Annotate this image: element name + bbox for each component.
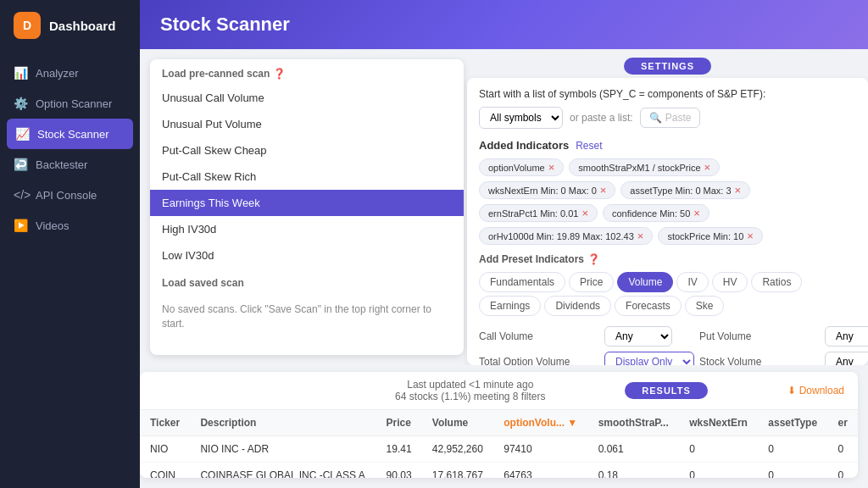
or-paste-label: or paste a list: <box>570 112 633 124</box>
indicator-tag: confidence Min: 50 × <box>603 204 709 222</box>
call-volume-select[interactable]: Any <box>604 326 672 347</box>
remove-indicator-icon[interactable]: × <box>548 162 555 173</box>
remove-indicator-icon[interactable]: × <box>704 162 711 173</box>
sidebar-logo: D Dashboard <box>0 0 140 51</box>
sidebar: D Dashboard 📊 Analyzer ⚙️ Option Scanner… <box>0 0 140 488</box>
tab-iv[interactable]: IV <box>676 272 708 292</box>
indicators-grid: optionVolume × smoothStraPxM1 / stockPri… <box>479 158 856 245</box>
indicator-tag: optionVolume × <box>479 158 564 176</box>
put-volume-label: Put Volume <box>699 330 818 342</box>
remove-indicator-icon[interactable]: × <box>735 185 742 196</box>
tab-ratios[interactable]: Ratios <box>751 272 802 292</box>
tab-hv[interactable]: HV <box>712 272 748 292</box>
load-precanned-title: Load pre-canned scan ❓ <box>150 59 464 85</box>
added-indicators-title: Added Indicators Reset <box>479 139 856 152</box>
page-header: Stock Scanner <box>140 0 868 49</box>
remove-indicator-icon[interactable]: × <box>600 185 607 196</box>
tab-ske[interactable]: Ske <box>685 296 725 316</box>
sidebar-item-api-console[interactable]: </> API Console <box>0 180 140 210</box>
col-volume[interactable]: Volume <box>422 410 493 436</box>
col-price[interactable]: Price <box>376 410 422 436</box>
total-option-volume-select[interactable]: Display Only <box>604 352 694 365</box>
sidebar-item-analyzer[interactable]: 📊 Analyzer <box>0 58 140 88</box>
videos-icon: ▶️ <box>14 219 27 232</box>
cell-wks: 0 <box>679 463 758 479</box>
cell-er: 0 <box>827 463 858 479</box>
scan-item-unusual-put[interactable]: Unusual Put Volume <box>150 111 464 137</box>
cell-description: COINBASE GLOBAL INC -CLASS A <box>190 463 376 479</box>
settings-column: SETTINGS Start with a list of symbols (S… <box>464 49 868 365</box>
page-title: Stock Scanner <box>160 14 290 36</box>
tab-earnings[interactable]: Earnings <box>479 296 541 316</box>
cell-wks: 0 <box>679 436 758 463</box>
analyzer-icon: 📊 <box>14 66 27 80</box>
remove-indicator-icon[interactable]: × <box>581 208 588 219</box>
cell-price: 19.41 <box>376 436 422 463</box>
col-ticker[interactable]: Ticker <box>140 410 190 436</box>
col-option-vol[interactable]: optionVolu... ▼ <box>493 410 587 436</box>
main-content: Stock Scanner Load pre-canned scan ❓ Unu… <box>140 0 868 488</box>
remove-indicator-icon[interactable]: × <box>637 230 644 241</box>
scan-item-putcall-cheap[interactable]: Put-Call Skew Cheap <box>150 137 464 164</box>
sidebar-item-stock-scanner[interactable]: 📈 Stock Scanner <box>7 119 133 149</box>
cell-option-vol: 97410 <box>493 436 587 463</box>
remove-indicator-icon[interactable]: × <box>747 230 754 241</box>
indicator-tag: orHv1000d Min: 19.89 Max: 102.43 × <box>479 227 653 245</box>
cell-asset: 0 <box>758 463 827 479</box>
put-volume-select[interactable]: Any <box>825 326 868 347</box>
symbols-label: Start with a list of symbols (SPY_C = co… <box>479 88 765 100</box>
col-smooth[interactable]: smoothStraP... <box>588 410 680 436</box>
tab-dividends[interactable]: Dividends <box>544 296 611 316</box>
tab-forecasts[interactable]: Forecasts <box>615 296 682 316</box>
full-content: Load pre-canned scan ❓ Unusual Call Volu… <box>140 49 868 488</box>
download-button[interactable]: ⬇ Download <box>787 385 844 396</box>
sidebar-item-label: API Console <box>36 189 97 202</box>
sidebar-item-videos[interactable]: ▶️ Videos <box>0 210 140 241</box>
settings-badge: SETTINGS <box>624 58 711 75</box>
paste-input[interactable]: 🔍 Paste <box>640 108 701 128</box>
cell-ticker: NIO <box>140 436 190 463</box>
sidebar-item-label: Stock Scanner <box>37 128 109 141</box>
cell-er: 0 <box>827 436 858 463</box>
scan-item-high-iv[interactable]: High IV30d <box>150 216 464 242</box>
sidebar-item-label: Videos <box>36 219 70 232</box>
tab-fundamentals[interactable]: Fundamentals <box>479 272 565 292</box>
col-description[interactable]: Description <box>190 410 376 436</box>
logo-text: Dashboard <box>49 19 115 33</box>
col-wks[interactable]: wksNextErn <box>679 410 758 436</box>
cell-asset: 0 <box>758 436 827 463</box>
indicator-tag: stockPrice Min: 10 × <box>658 227 762 245</box>
stock-volume-select[interactable]: Any <box>825 352 868 365</box>
symbols-row: Start with a list of symbols (SPY_C = co… <box>479 88 856 129</box>
load-saved-title: Load saved scan <box>150 269 464 294</box>
results-section: Last updated <1 minute ago 64 stocks (1.… <box>140 365 868 488</box>
preset-tabs: Fundamentals Price Volume IV HV Ratios E… <box>479 272 856 316</box>
indicator-tag: smoothStraPxM1 / stockPrice × <box>569 158 720 176</box>
total-option-volume-label: Total Option Volume <box>479 356 598 365</box>
sidebar-item-option-scanner[interactable]: ⚙️ Option Scanner <box>0 88 140 119</box>
scan-panel: Load pre-canned scan ❓ Unusual Call Volu… <box>150 59 464 355</box>
cell-smooth: 0.18 <box>588 463 680 479</box>
sidebar-item-backtester[interactable]: ↩️ Backtester <box>0 149 140 180</box>
col-er[interactable]: er <box>827 410 858 436</box>
scan-item-earnings-week[interactable]: Earnings This Week <box>150 190 464 216</box>
tab-volume[interactable]: Volume <box>617 272 673 292</box>
settings-panel: Start with a list of symbols (SPY_C = co… <box>467 78 868 365</box>
put-volume-row: Put Volume Any <box>699 326 868 347</box>
table-row: NIO NIO INC - ADR 19.41 42,952,260 97410… <box>140 436 858 463</box>
scan-item-putcall-rich[interactable]: Put-Call Skew Rich <box>150 164 464 190</box>
remove-indicator-icon[interactable]: × <box>693 208 700 219</box>
reset-button[interactable]: Reset <box>576 140 602 152</box>
results-table: Ticker Description Price Volume optionVo… <box>140 410 858 478</box>
scan-item-low-iv[interactable]: Low IV30d <box>150 242 464 269</box>
tab-price[interactable]: Price <box>569 272 614 292</box>
settings-header: SETTINGS <box>467 49 868 78</box>
scan-item-unusual-call[interactable]: Unusual Call Volume <box>150 85 464 111</box>
indicator-tag: assetType Min: 0 Max: 3 × <box>620 181 750 199</box>
preset-indicators-title: Add Preset Indicators ❓ <box>479 253 856 265</box>
symbols-select[interactable]: All symbols <box>479 107 563 129</box>
cell-description: NIO INC - ADR <box>190 436 376 463</box>
download-icon: ⬇ <box>787 385 796 396</box>
cell-ticker: COIN <box>140 463 190 479</box>
col-asset[interactable]: assetType <box>758 410 827 436</box>
